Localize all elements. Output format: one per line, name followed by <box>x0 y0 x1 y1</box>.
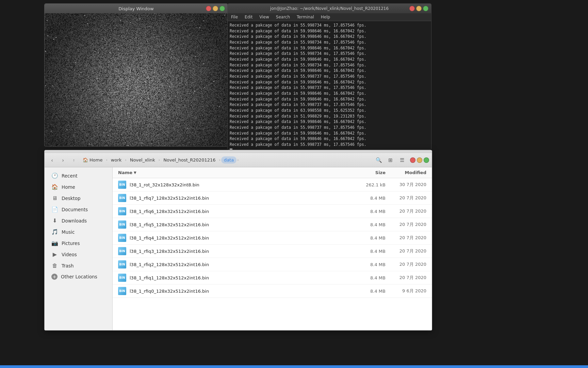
table-row[interactable]: BIN l38_1_rfiq0_128x32x512x2int16.bin 8.… <box>113 285 432 298</box>
grid-view-button[interactable]: ⊞ <box>386 155 395 165</box>
file-modified: 20 7月 2020 <box>386 208 426 214</box>
menu-file[interactable]: File <box>228 13 241 21</box>
file-modified: 20 7月 2020 <box>386 248 426 254</box>
table-row[interactable]: BIN l38_1_rfiq1_128x32x512x2int16.bin 8.… <box>113 271 432 285</box>
menu-help[interactable]: Help <box>317 13 333 21</box>
file-name: l38_1_rfiq2_128x32x512x2int16.bin <box>130 262 209 267</box>
table-row[interactable]: BIN l38_1_rfiq5_128x32x512x2int16.bin 8.… <box>113 218 432 231</box>
breadcrumb-home[interactable]: 🏠 Home <box>80 156 105 164</box>
home-icon: 🏠 <box>83 157 88 163</box>
file-name: l38_1_rfiq3_128x32x512x2int16.bin <box>130 249 209 254</box>
file-modified: 20 7月 2020 <box>386 261 426 267</box>
terminal-window-buttons <box>409 6 428 11</box>
terminal-line: Received a pakcage of data in 55.998737 … <box>230 142 429 148</box>
fm-close-btn[interactable] <box>410 157 415 163</box>
terminal-body[interactable]: Received a pakcage of data in 55.998734 … <box>228 21 431 150</box>
file-modified: 30 7月 2020 <box>386 182 426 188</box>
fm-content[interactable]: Name ▼ Size Modified BIN l38_1_rot_32x12… <box>113 167 432 330</box>
file-size: 8.4 MB <box>352 235 386 241</box>
fm-max-btn[interactable] <box>424 157 429 163</box>
terminal-line: Received a pakcage of data in 55.998737 … <box>230 102 429 108</box>
breadcrumb-sep-3: › <box>159 158 160 162</box>
breadcrumb-data[interactable]: data <box>221 156 236 164</box>
menu-terminal[interactable]: Terminal <box>293 13 317 21</box>
table-row[interactable]: BIN l38_1_rfiq2_128x32x512x2int16.bin 8.… <box>113 258 432 271</box>
terminal-line: Received a pakcage of data in 59.998646 … <box>230 79 429 85</box>
terminal-line: Received a pakcage of data in 55.998734 … <box>230 40 429 45</box>
terminal-min-btn[interactable] <box>416 6 422 11</box>
menu-edit[interactable]: Edit <box>241 13 256 21</box>
file-icon: BIN <box>118 220 126 229</box>
file-name: l38_1_rfiq7_128x32x512x2int16.bin <box>130 196 209 201</box>
sidebar-item-music[interactable]: 🎵 Music <box>46 226 111 237</box>
column-header-name[interactable]: Name ▼ <box>118 170 352 175</box>
terminal-line: Received a pakcage of data in 59.998646 … <box>230 68 429 74</box>
terminal-cursor-line <box>230 148 429 150</box>
fm-back-button[interactable]: ‹ <box>47 155 57 165</box>
sidebar-item-desktop[interactable]: 🖥 Desktop <box>46 193 111 204</box>
terminal-line: Received a pakcage of data in 55.998737 … <box>230 125 429 131</box>
menu-search[interactable]: Search <box>273 13 293 21</box>
sidebar-label-recent: Recent <box>62 173 78 179</box>
menu-button[interactable]: ☰ <box>397 155 407 165</box>
breadcrumb-novel-host[interactable]: Novel_host_R20201216 <box>161 156 218 164</box>
terminal-line: Received a pakcage of data in 55.998737 … <box>230 85 429 91</box>
display-max-btn[interactable] <box>219 6 225 11</box>
sidebar-label-desktop: Desktop <box>62 196 81 201</box>
sidebar-item-downloads[interactable]: ⬇ Downloads <box>46 215 111 226</box>
terminal-menubar: File Edit View Search Terminal Help <box>228 13 431 21</box>
column-header-modified[interactable]: Modified <box>386 170 426 175</box>
file-name: l38_1_rfiq5_128x32x512x2int16.bin <box>130 222 209 227</box>
fm-toolbar: ‹ › ↑ 🏠 Home › work › Novel_xlink › Nove… <box>45 153 432 167</box>
breadcrumb-sep-1: › <box>106 158 107 162</box>
recent-icon: 🕐 <box>51 172 58 179</box>
file-size: 8.4 MB <box>352 289 386 294</box>
file-modified: 20 7月 2020 <box>386 221 426 228</box>
fm-breadcrumb: 🏠 Home › work › Novel_xlink › Novel_host… <box>80 156 373 164</box>
file-size: 8.4 MB <box>352 262 386 267</box>
breadcrumb-home-label: Home <box>89 157 102 163</box>
terminal-window: jon@JonZhao: ~/work/Novel_xlink/Novel_ho… <box>227 3 431 150</box>
fm-forward-button[interactable]: › <box>58 155 68 165</box>
sidebar-item-home[interactable]: 🏠 Home <box>46 181 111 193</box>
fm-sidebar: 🕐 Recent 🏠 Home 🖥 Desktop 📄 Documents ⬇ … <box>45 167 113 330</box>
table-row[interactable]: BIN l38_1_rfiq3_128x32x512x2int16.bin 8.… <box>113 245 432 258</box>
terminal-line: Received a pakcage of data in 59.998646 … <box>230 45 429 51</box>
search-button[interactable]: 🔍 <box>374 155 383 165</box>
terminal-max-btn[interactable] <box>423 6 428 11</box>
file-icon: BIN <box>118 247 126 255</box>
sidebar-item-documents[interactable]: 📄 Documents <box>46 204 111 215</box>
breadcrumb-novel-xlink[interactable]: Novel_xlink <box>127 156 158 164</box>
terminal-cursor <box>230 149 232 150</box>
file-icon: BIN <box>118 287 126 295</box>
sidebar-label-videos: Videos <box>62 252 77 257</box>
sidebar-item-videos[interactable]: ▶ Videos <box>46 249 111 260</box>
terminal-line: Received a pakcage of data in 59.998646 … <box>230 28 429 34</box>
sidebar-item-trash[interactable]: 🗑 Trash <box>46 260 111 271</box>
terminal-close-btn[interactable] <box>409 6 415 11</box>
breadcrumb-work-label: work <box>111 157 121 163</box>
breadcrumb-novel-host-label: Novel_host_R20201216 <box>163 157 215 163</box>
file-list: BIN l38_1_rot_32x128x32x2int8.bin 262.1 … <box>113 178 432 298</box>
table-row[interactable]: BIN l38_1_rfiq7_128x32x512x2int16.bin 8.… <box>113 191 432 205</box>
terminal-line: Received a pakcage of data in 59.998646 … <box>230 34 429 40</box>
table-row[interactable]: BIN l38_1_rfiq4_128x32x512x2int16.bin 8.… <box>113 231 432 245</box>
breadcrumb-work[interactable]: work <box>108 156 124 164</box>
music-icon: 🎵 <box>51 229 58 235</box>
file-icon: BIN <box>118 194 126 202</box>
table-row[interactable]: BIN l38_1_rot_32x128x32x2int8.bin 262.1 … <box>113 178 432 191</box>
file-size: 8.4 MB <box>352 249 386 254</box>
other-locations-icon: + <box>51 274 58 280</box>
sidebar-item-other-locations[interactable]: + Other Locations <box>46 271 111 282</box>
column-header-size[interactable]: Size <box>352 170 386 175</box>
fm-up-button[interactable]: ↑ <box>69 155 79 165</box>
display-min-btn[interactable] <box>213 6 218 11</box>
menu-view[interactable]: View <box>256 13 272 21</box>
sidebar-item-recent[interactable]: 🕐 Recent <box>46 170 111 181</box>
sidebar-label-music: Music <box>62 229 75 235</box>
sidebar-item-pictures[interactable]: 📷 Pictures <box>46 237 111 249</box>
fm-min-btn[interactable] <box>417 157 422 163</box>
table-row[interactable]: BIN l38_1_rfiq6_128x32x512x2int16.bin 8.… <box>113 205 432 218</box>
display-close-btn[interactable] <box>206 6 211 11</box>
file-modified: 20 7月 2020 <box>386 275 426 281</box>
